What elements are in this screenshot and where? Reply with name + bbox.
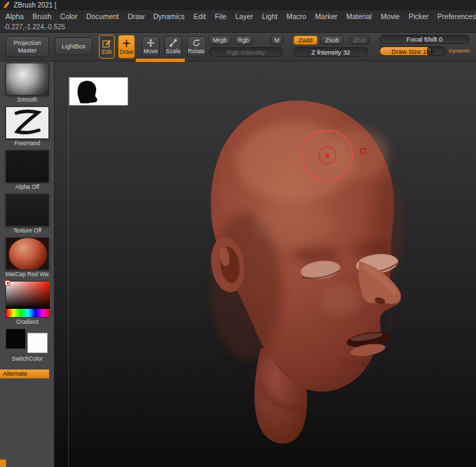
document-canvas[interactable] [55, 61, 476, 467]
brush-selector-smooth[interactable]: Smooth [5, 63, 49, 104]
alpha-off-thumbnail[interactable] [5, 150, 49, 183]
scale-button[interactable]: Scale [164, 36, 182, 57]
zbrush-logo-icon [3, 1, 10, 9]
zcut-button[interactable]: Zcut [349, 35, 370, 45]
menu-movie[interactable]: Movie [381, 12, 400, 20]
main-color-swatch[interactable] [5, 329, 26, 349]
menu-edit[interactable]: Edit [194, 12, 206, 20]
z-intensity-slider[interactable]: Z Intensity 32 [293, 47, 368, 57]
menu-alpha[interactable]: Alpha [5, 12, 24, 20]
zsub-button[interactable]: Zsub [321, 35, 344, 45]
rgb-intensity-slider[interactable]: Rgb Intensity [209, 47, 283, 57]
freehand-stroke-thumbnail[interactable] [5, 106, 49, 139]
texture-off-thumbnail[interactable] [5, 194, 49, 226]
menu-layer[interactable]: Layer [235, 12, 253, 20]
color-picker[interactable]: Gradient [5, 281, 49, 326]
panel-scroll-indicator[interactable] [0, 460, 6, 467]
title-bar: ZBrush 2021 [ [0, 0, 476, 10]
active-tool-underline [136, 59, 185, 62]
matcap-red-wax-thumbnail[interactable] [5, 237, 49, 270]
draw-size-slider[interactable]: Draw Size 149 [379, 46, 446, 56]
sculpt-head[interactable] [55, 61, 476, 467]
lightbox-button[interactable]: LightBox [55, 37, 93, 55]
menu-document[interactable]: Document [86, 12, 119, 20]
menu-draw[interactable]: Draw [128, 12, 145, 20]
projection-master-button[interactable]: Projection Master [5, 36, 49, 57]
menu-light[interactable]: Light [262, 12, 278, 20]
menu-macro[interactable]: Macro [286, 12, 306, 20]
hue-strip[interactable] [6, 309, 50, 317]
draw-button[interactable]: Draw [118, 35, 135, 59]
color-picker-indicator [5, 280, 10, 286]
material-selector[interactable]: MatCap Red Wax [5, 237, 49, 278]
top-toolbar: Projection Master LightBox Edit Draw Mov… [0, 32, 476, 61]
menu-brush[interactable]: Brush [33, 12, 51, 20]
dynamic-label[interactable]: Dynamic [449, 48, 470, 54]
matcap-sphere [9, 238, 47, 270]
zadd-button[interactable]: Zadd [293, 35, 318, 45]
rotate-icon [192, 39, 200, 47]
menu-dynamics[interactable]: Dynamics [153, 12, 185, 20]
alpha-selector[interactable]: Alpha Off [5, 150, 49, 191]
cursor-coordinates: -0.227,-1.224,-0.525 [0, 22, 476, 32]
edit-icon [102, 39, 111, 48]
edit-button[interactable]: Edit [99, 35, 115, 59]
freehand-z-stroke [12, 109, 42, 136]
stroke-selector-freehand[interactable]: FreeHand [5, 106, 49, 147]
smooth-brush-thumbnail[interactable] [5, 63, 49, 95]
menu-file[interactable]: File [215, 12, 226, 20]
quick-tool-panel: Smooth FreeHand Alpha Off Texture Off Ma… [0, 61, 55, 467]
scale-icon [169, 39, 177, 47]
menu-color[interactable]: Color [60, 12, 77, 20]
saturation-value-area[interactable] [6, 282, 50, 310]
move-icon [147, 39, 155, 47]
switch-color-widget[interactable]: SwitchColor [5, 329, 49, 363]
rotate-button[interactable]: Rotate [187, 36, 206, 57]
menu-picker[interactable]: Picker [408, 12, 428, 20]
move-button[interactable]: Move [142, 36, 160, 57]
rgb-button[interactable]: Rgb [234, 35, 253, 45]
draw-icon [122, 39, 131, 48]
texture-selector[interactable]: Texture Off [5, 194, 49, 235]
mrgb-button[interactable]: Mrgb [209, 35, 231, 45]
menu-material[interactable]: Material [346, 12, 372, 20]
menu-marker[interactable]: Marker [315, 12, 338, 20]
menu-preferences[interactable]: Preferences [437, 12, 476, 20]
gradient-color-picker[interactable] [5, 281, 49, 318]
secondary-color-swatch[interactable] [27, 333, 48, 353]
window-title: ZBrush 2021 [ [14, 1, 57, 9]
m-button[interactable]: M [271, 35, 283, 45]
focal-shift-slider[interactable]: Focal Shift 0 [379, 35, 470, 44]
menu-bar: Alpha Brush Color Document Draw Dynamics… [0, 10, 476, 22]
alternate-button[interactable]: Alternate [0, 370, 49, 378]
